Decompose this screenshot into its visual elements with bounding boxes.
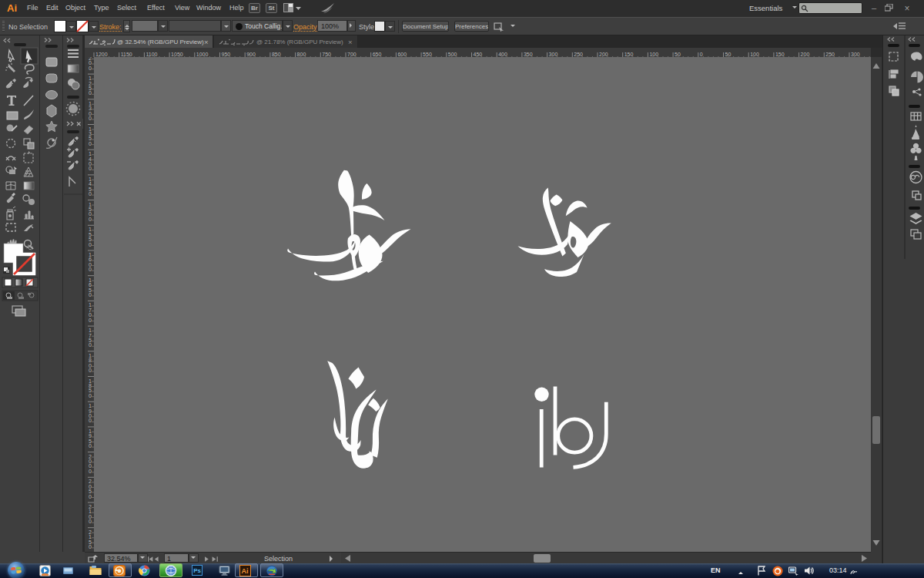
svg-text:200: 200 xyxy=(801,52,810,57)
svg-text:0: 0 xyxy=(89,544,92,549)
svg-text:0: 0 xyxy=(89,217,92,222)
svg-text:0: 0 xyxy=(89,116,92,121)
svg-text:50: 50 xyxy=(675,52,681,57)
svg-text:750: 750 xyxy=(322,52,331,57)
svg-text:600: 600 xyxy=(397,52,407,57)
svg-text:0: 0 xyxy=(89,418,92,423)
svg-text:0: 0 xyxy=(89,66,92,71)
svg-text:1000: 1000 xyxy=(196,52,209,57)
svg-text:1200: 1200 xyxy=(95,52,108,57)
svg-text:0: 0 xyxy=(89,267,92,272)
svg-text:250: 250 xyxy=(825,52,835,57)
svg-text:550: 550 xyxy=(423,52,432,57)
svg-text:0: 0 xyxy=(89,494,92,499)
svg-text:Ai: Ai xyxy=(241,567,248,575)
svg-text:1050: 1050 xyxy=(171,52,183,57)
svg-text:0: 0 xyxy=(89,318,92,323)
svg-text:0: 0 xyxy=(89,292,92,297)
svg-text:1100: 1100 xyxy=(146,52,157,57)
svg-text:500: 500 xyxy=(448,52,457,57)
svg-text:350: 350 xyxy=(524,52,533,57)
svg-text:650: 650 xyxy=(373,52,382,57)
svg-text:200: 200 xyxy=(599,52,608,57)
svg-text:0: 0 xyxy=(89,519,92,524)
svg-text:150: 150 xyxy=(624,52,634,57)
svg-text:0: 0 xyxy=(89,393,92,398)
svg-text:0: 0 xyxy=(89,443,92,449)
svg-text:0: 0 xyxy=(700,52,703,57)
svg-text:0: 0 xyxy=(89,191,92,197)
svg-text:100: 100 xyxy=(649,52,658,57)
svg-text:100: 100 xyxy=(750,52,759,57)
svg-text:0: 0 xyxy=(89,242,92,247)
svg-text:1150: 1150 xyxy=(121,52,132,57)
svg-text:700: 700 xyxy=(347,52,357,57)
svg-text:900: 900 xyxy=(246,52,256,57)
svg-text:950: 950 xyxy=(222,52,231,57)
svg-text:Ps: Ps xyxy=(193,567,201,574)
svg-text:0: 0 xyxy=(89,141,92,146)
svg-text:0: 0 xyxy=(89,469,92,474)
svg-text:400: 400 xyxy=(498,52,507,57)
svg-text:300: 300 xyxy=(549,52,558,57)
svg-text:250: 250 xyxy=(574,52,583,57)
svg-text:850: 850 xyxy=(272,52,281,57)
svg-text:450: 450 xyxy=(474,52,483,57)
svg-text:0: 0 xyxy=(89,368,92,373)
svg-text:150: 150 xyxy=(775,52,785,57)
svg-text:0: 0 xyxy=(89,90,92,96)
svg-text:0: 0 xyxy=(89,166,92,171)
svg-text:50: 50 xyxy=(725,52,732,57)
svg-text:800: 800 xyxy=(297,52,306,57)
svg-text:0: 0 xyxy=(89,342,92,348)
svg-text:300: 300 xyxy=(851,52,860,57)
